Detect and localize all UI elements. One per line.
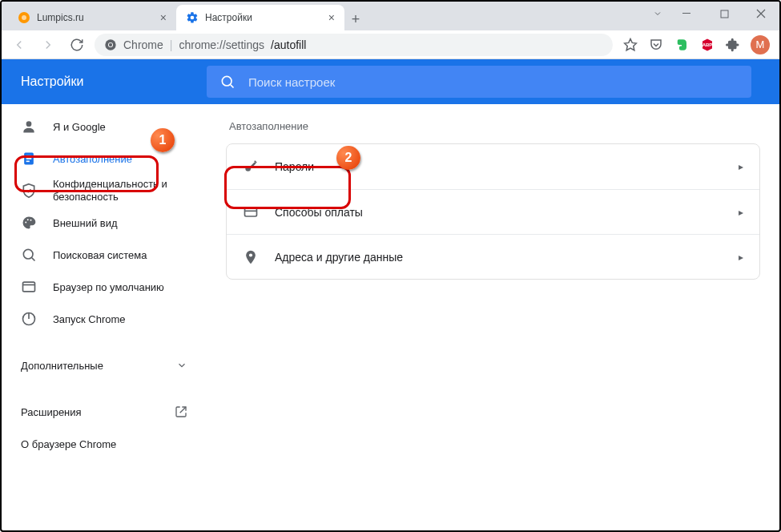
svg-point-1 (22, 15, 26, 20)
abp-icon[interactable]: ABP (699, 37, 715, 53)
svg-text:ABP: ABP (702, 42, 713, 47)
browser-toolbar: Chrome | chrome://settings/autofill ABP … (2, 30, 779, 59)
url-scheme: Chrome (123, 38, 163, 51)
window-controls (646, 2, 779, 30)
chrome-icon (104, 38, 117, 51)
svg-line-28 (180, 407, 186, 413)
window-titlebar: Lumpics.ru × Настройки × + (2, 2, 779, 30)
search-icon (21, 247, 37, 263)
sidebar-item-label: Поисковая система (53, 249, 147, 261)
sidebar-item-label: Конфиденциальность и безопасность (53, 178, 187, 203)
browser-icon (21, 279, 37, 295)
settings-search[interactable] (207, 66, 751, 98)
browser-tab-active[interactable]: Настройки × (176, 5, 344, 30)
svg-rect-32 (245, 208, 257, 216)
url-path: /autofill (271, 38, 306, 51)
svg-point-22 (23, 249, 33, 259)
sidebar-item-default-browser[interactable]: Браузер по умолчанию (2, 271, 207, 303)
address-bar[interactable]: Chrome | chrome://settings/autofill (95, 34, 613, 56)
svg-point-12 (222, 76, 231, 86)
sidebar-item-label: Я и Google (53, 121, 106, 133)
nav-forward-button[interactable] (37, 34, 59, 56)
chevron-right-icon: ▸ (739, 252, 743, 263)
sidebar-extensions-label: Расширения (21, 406, 82, 418)
chevron-right-icon: ▸ (739, 161, 743, 172)
close-icon[interactable]: × (328, 11, 335, 24)
sidebar-extensions-link[interactable]: Расширения (2, 396, 207, 428)
sidebar-item-label: Запуск Chrome (53, 313, 126, 325)
row-passwords[interactable]: Пароли ▸ (227, 144, 759, 189)
sidebar-about-link[interactable]: О браузере Chrome (2, 428, 207, 460)
window-maximize-button[interactable] (706, 2, 743, 26)
tab-title: Lumpics.ru (37, 12, 84, 23)
search-input[interactable] (248, 75, 739, 89)
row-label: Способы оплаты (275, 206, 723, 219)
tab-favicon-settings (186, 11, 199, 24)
sidebar-item-privacy[interactable]: Конфиденциальность и безопасность (2, 175, 207, 207)
sidebar-item-appearance[interactable]: Внешний вид (2, 207, 207, 239)
sidebar-item-you-and-google[interactable]: Я и Google (2, 111, 207, 143)
svg-rect-16 (26, 155, 32, 157)
sidebar-item-search-engine[interactable]: Поисковая система (2, 239, 207, 271)
annotation-badge-2: 2 (336, 146, 360, 170)
palette-icon (21, 215, 37, 231)
svg-rect-24 (23, 282, 35, 292)
svg-point-8 (109, 42, 112, 46)
svg-point-34 (249, 253, 252, 256)
svg-rect-3 (721, 10, 728, 18)
window-minimize-button[interactable] (669, 2, 706, 26)
autofill-card: Пароли ▸ Способы оплаты ▸ Адреса и други… (226, 143, 760, 280)
extensions-icon[interactable] (725, 37, 741, 53)
svg-marker-9 (625, 38, 637, 50)
sidebar-item-label: Браузер по умолчанию (53, 281, 164, 293)
row-addresses[interactable]: Адреса и другие данные ▸ (227, 234, 759, 279)
nav-reload-button[interactable] (66, 34, 88, 56)
toolbar-actions: ABP M (619, 35, 773, 54)
svg-point-14 (26, 121, 32, 127)
sidebar-item-label: Внешний вид (53, 217, 118, 229)
svg-rect-17 (26, 158, 32, 159)
new-tab-button[interactable]: + (344, 8, 367, 30)
key-icon (243, 159, 259, 175)
shield-icon (21, 183, 37, 199)
sidebar-item-autofill[interactable]: Автозаполнение (2, 143, 207, 175)
window-close-button[interactable] (743, 2, 779, 26)
tab-title: Настройки (205, 12, 252, 23)
sidebar-item-on-startup[interactable]: Запуск Chrome (2, 303, 207, 335)
section-title: Автозаполнение (226, 120, 760, 132)
svg-rect-2 (682, 13, 690, 14)
svg-line-23 (32, 258, 35, 261)
row-label: Адреса и другие данные (275, 251, 723, 264)
row-payment-methods[interactable]: Способы оплаты ▸ (227, 189, 759, 234)
close-icon[interactable]: × (160, 11, 167, 24)
nav-back-button[interactable] (8, 34, 30, 56)
chevron-down-icon (176, 360, 187, 371)
svg-point-20 (27, 219, 29, 220)
settings-title: Настройки (2, 75, 207, 89)
open-external-icon (175, 405, 187, 418)
profile-avatar[interactable]: M (751, 35, 770, 54)
chevron-right-icon: ▸ (739, 207, 743, 218)
sidebar-advanced-toggle[interactable]: Дополнительные (2, 349, 207, 381)
annotation-badge-1: 1 (151, 128, 175, 152)
tab-favicon-lumpics (18, 11, 30, 24)
svg-rect-18 (26, 161, 30, 163)
browser-tab[interactable]: Lumpics.ru × (8, 5, 176, 30)
pocket-icon[interactable] (648, 37, 664, 53)
person-icon (21, 119, 37, 135)
url-host: chrome://settings (179, 38, 264, 51)
settings-header: Настройки (2, 59, 779, 104)
card-icon (243, 204, 259, 220)
sidebar-item-label: Автозаполнение (53, 153, 132, 165)
settings-body: Я и Google Автозаполнение Конфиденциальн… (2, 104, 779, 530)
chevron-down-icon[interactable] (646, 2, 669, 26)
search-icon (219, 74, 236, 90)
bookmark-star-icon[interactable] (622, 37, 638, 53)
svg-point-21 (30, 220, 32, 221)
power-icon (21, 311, 37, 327)
autofill-icon (21, 151, 37, 167)
location-icon (243, 249, 259, 265)
svg-line-13 (231, 85, 234, 88)
svg-point-19 (25, 222, 26, 224)
evernote-icon[interactable] (674, 37, 690, 53)
